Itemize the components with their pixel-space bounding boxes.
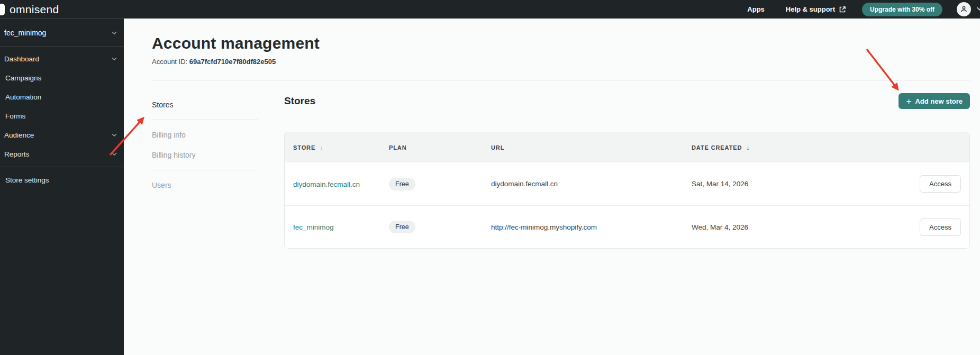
sort-descending-icon[interactable]: ↓ [746, 143, 750, 151]
date-created: Wed, Mar 4, 2026 [692, 223, 897, 231]
sidebar: fec_minimog Dashboard Campaigns Automati… [0, 19, 124, 355]
omnisend-logo: omnisend [0, 3, 59, 16]
store-switcher-label: fec_minimog [4, 29, 46, 37]
stores-table: STORE ↓ PLAN URL DATE CREATED ↓ [284, 132, 970, 249]
sidebar-item-campaigns[interactable]: Campaigns [0, 68, 124, 87]
sidebar-nav: Dashboard Campaigns Automation Forms Aud… [0, 47, 124, 189]
store-url: http://fec-minimog.myshopify.com [491, 223, 692, 231]
apps-link[interactable]: Apps [747, 5, 765, 13]
person-icon [960, 5, 968, 13]
account-subnav: Stores Billing info Billing history User… [152, 80, 258, 249]
access-button[interactable]: Access [920, 175, 961, 193]
plan-badge: Free [389, 221, 415, 233]
help-support-link[interactable]: Help & support [786, 5, 846, 13]
account-menu-chevron-icon[interactable] [975, 4, 980, 15]
plus-icon: + [906, 97, 911, 106]
subnav-item-users[interactable]: Users [152, 175, 258, 195]
column-header-date-created[interactable]: DATE CREATED ↓ [692, 143, 897, 151]
store-switcher[interactable]: fec_minimog [0, 19, 124, 47]
account-id-line: Account ID: 69a7fcfd710e7f80df82e505 [152, 58, 970, 66]
account-id-value: 69a7fcfd710e7f80df82e505 [189, 58, 276, 66]
omnisend-logo-mark-icon [0, 4, 5, 15]
stores-section-title: Stores [284, 95, 315, 107]
stores-table-header: STORE ↓ PLAN URL DATE CREATED ↓ [285, 132, 969, 162]
column-header-label: URL [491, 144, 504, 151]
external-link-icon [839, 6, 846, 13]
subnav-item-stores[interactable]: Stores [152, 95, 258, 115]
sidebar-item-store-settings[interactable]: Store settings [0, 170, 124, 189]
add-new-store-button[interactable]: + Add new store [899, 93, 970, 109]
topbar: omnisend Apps Help & support Upgrade wit… [0, 0, 980, 19]
sidebar-item-label: Audience [4, 131, 34, 139]
store-name-link[interactable]: fec_minimog [293, 223, 334, 231]
store-url: diydomain.fecmall.cn [491, 180, 692, 188]
sidebar-item-label: Forms [5, 112, 25, 120]
column-header-url[interactable]: URL [491, 144, 692, 151]
column-header-label: STORE [293, 144, 315, 151]
upgrade-button[interactable]: Upgrade with 30% off [862, 3, 942, 16]
stores-section: Stores + Add new store STORE ↓ PLAN [284, 80, 970, 249]
sidebar-item-label: Store settings [5, 176, 49, 184]
sidebar-item-reports[interactable]: Reports [0, 144, 124, 163]
chevron-down-icon [111, 29, 118, 37]
sidebar-item-label: Campaigns [5, 74, 41, 82]
help-support-label: Help & support [786, 5, 835, 13]
chevron-down-icon [111, 150, 118, 158]
main-content: Account management Account ID: 69a7fcfd7… [124, 19, 980, 355]
sidebar-item-forms[interactable]: Forms [0, 106, 124, 125]
sidebar-item-audience[interactable]: Audience [0, 125, 124, 144]
date-created: Sat, Mar 14, 2026 [692, 180, 897, 188]
plan-badge: Free [389, 178, 415, 190]
subnav-item-billing-info[interactable]: Billing info [152, 125, 258, 145]
column-header-label: PLAN [389, 144, 407, 151]
table-row: fec_minimog Free http://fec-minimog.mysh… [285, 205, 969, 248]
account-id-label: Account ID: [152, 58, 187, 66]
column-header-plan[interactable]: PLAN [389, 144, 491, 151]
subnav-item-billing-history[interactable]: Billing history [152, 145, 258, 165]
store-name-link[interactable]: diydomain.fecmall.cn [293, 180, 360, 188]
sidebar-item-label: Reports [4, 150, 29, 158]
sidebar-divider [0, 167, 124, 167]
sidebar-item-label: Dashboard [4, 55, 39, 63]
omnisend-logo-text: omnisend [10, 3, 59, 16]
column-header-store[interactable]: STORE ↓ [293, 143, 389, 151]
sidebar-item-label: Automation [5, 93, 41, 101]
access-button[interactable]: Access [920, 219, 961, 236]
user-avatar[interactable] [957, 2, 971, 16]
chevron-down-icon [111, 131, 118, 139]
chevron-down-icon [111, 55, 118, 62]
subnav-divider [152, 170, 258, 170]
sidebar-item-automation[interactable]: Automation [0, 87, 124, 106]
sort-descending-icon[interactable]: ↓ [320, 143, 323, 151]
add-new-store-label: Add new store [915, 97, 963, 105]
table-row: diydomain.fecmall.cn Free diydomain.fecm… [285, 162, 969, 205]
page-title: Account management [152, 34, 970, 52]
sidebar-item-dashboard[interactable]: Dashboard [0, 49, 124, 68]
column-header-label: DATE CREATED [692, 144, 742, 151]
subnav-divider [152, 120, 258, 120]
